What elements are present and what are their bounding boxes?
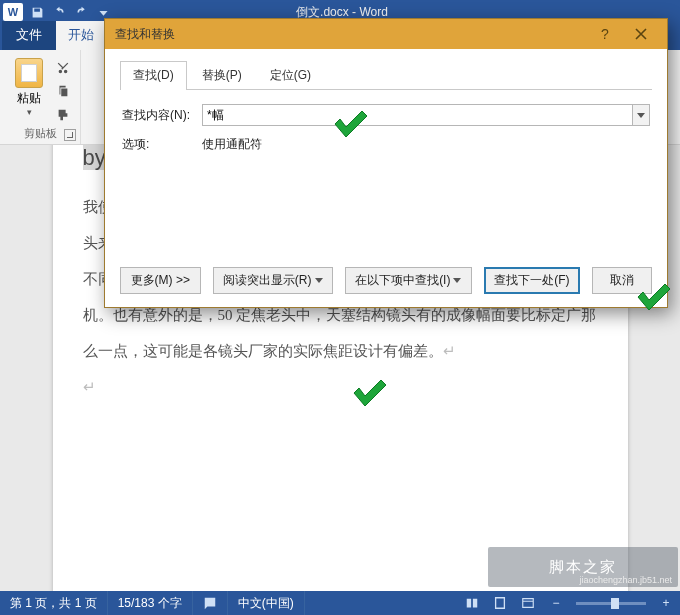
find-what-label: 查找内容(N):	[122, 107, 202, 124]
tab-replace[interactable]: 替换(P)	[189, 61, 255, 90]
paste-button[interactable]: 粘贴 ▾	[8, 54, 50, 117]
find-replace-dialog: 查找和替换 ? 查找(D) 替换(P) 定位(G) 查找内容(N): 选项:	[104, 18, 668, 308]
paragraph-mark-icon: ↵	[83, 379, 96, 395]
status-word-count[interactable]: 15/183 个字	[108, 591, 193, 615]
zoom-slider[interactable]	[576, 602, 646, 605]
chevron-down-icon	[315, 278, 323, 283]
options-value: 使用通配符	[202, 136, 262, 153]
status-bar: 第 1 页，共 1 页 15/183 个字 中文(中国) − +	[0, 591, 680, 615]
chevron-down-icon[interactable]: ▾	[27, 107, 32, 117]
clipboard-group-label: 剪贴板	[8, 124, 72, 143]
clipboard-group: 粘贴 ▾ 剪贴板	[0, 50, 81, 144]
watermark: 脚本之家 jiaochengzhan.jb51.net	[488, 547, 678, 587]
find-in-button[interactable]: 在以下项中查找(I)	[345, 267, 472, 294]
zoom-in-button[interactable]: +	[652, 591, 680, 615]
tab-find[interactable]: 查找(D)	[120, 61, 187, 90]
copy-icon[interactable]	[54, 82, 72, 100]
format-painter-icon[interactable]	[54, 106, 72, 124]
paste-label: 粘贴	[17, 90, 41, 107]
qat-undo-icon[interactable]	[48, 1, 70, 23]
dialog-help-button[interactable]: ?	[587, 21, 623, 47]
dialog-title: 查找和替换	[115, 26, 587, 43]
chevron-down-icon	[453, 278, 461, 283]
find-what-input[interactable]	[202, 104, 650, 126]
more-button[interactable]: 更多(M) >>	[120, 267, 201, 294]
reading-highlight-button[interactable]: 阅读突出显示(R)	[213, 267, 333, 294]
status-language[interactable]: 中文(中国)	[228, 591, 305, 615]
paragraph-mark-icon: ↵	[443, 343, 456, 359]
file-tab[interactable]: 文件	[2, 21, 56, 50]
qat-save-icon[interactable]	[26, 1, 48, 23]
cut-icon[interactable]	[54, 58, 72, 76]
status-proofing-icon[interactable]	[193, 591, 228, 615]
find-history-dropdown[interactable]	[632, 104, 650, 126]
ribbon-tab-home[interactable]: 开始	[56, 21, 106, 50]
dialog-close-button[interactable]	[623, 21, 659, 47]
find-next-button[interactable]: 查找下一处(F)	[484, 267, 580, 294]
cancel-button[interactable]: 取消	[592, 267, 652, 294]
qat-redo-icon[interactable]	[70, 1, 92, 23]
view-web-layout-icon[interactable]	[514, 591, 542, 615]
zoom-out-button[interactable]: −	[542, 591, 570, 615]
options-label: 选项:	[122, 136, 202, 153]
status-page-info[interactable]: 第 1 页，共 1 页	[0, 591, 108, 615]
view-read-mode-icon[interactable]	[458, 591, 486, 615]
clipboard-group-launcher[interactable]	[64, 129, 76, 141]
view-print-layout-icon[interactable]	[486, 591, 514, 615]
dialog-title-bar[interactable]: 查找和替换 ?	[105, 19, 667, 49]
paste-icon	[15, 58, 43, 88]
word-app-icon: W	[3, 3, 23, 21]
dialog-tabs: 查找(D) 替换(P) 定位(G)	[120, 60, 652, 90]
tab-goto[interactable]: 定位(G)	[257, 61, 324, 90]
